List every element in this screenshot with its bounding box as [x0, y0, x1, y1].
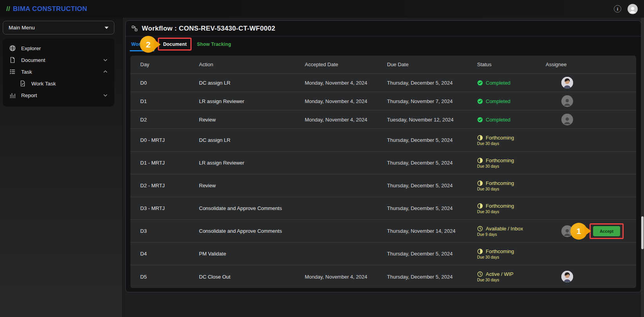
top-bar: // BIMA CONSTRUCTION i: [0, 0, 644, 18]
tab-document[interactable]: Document: [163, 42, 186, 47]
status-badge: Forthcoming: [477, 180, 546, 186]
workflow-panel: Workflow : CONS-REV-53430-CT-WF0002 Work…: [125, 20, 641, 292]
annotation-number: 1: [577, 226, 581, 236]
status-label: Forthcoming: [486, 248, 514, 254]
status-completed-icon: [477, 98, 483, 104]
status-label: Available / Inbox: [486, 226, 523, 232]
sidebar-item-label: Explorer: [21, 45, 41, 51]
cell-status: Completed: [477, 98, 546, 104]
status-label: Completed: [486, 117, 510, 123]
cell-status: Active / WIPDue 30 days: [477, 271, 546, 282]
cell-status: ForthcomingDue 30 days: [477, 203, 546, 214]
cell-action: DC Close Out: [199, 274, 305, 280]
status-label: Forthcoming: [486, 158, 514, 163]
task-list-icon: [9, 68, 16, 75]
cell-day: D0: [140, 80, 199, 86]
cell-status: ForthcomingDue 30 days: [477, 248, 546, 259]
globe-icon: [9, 45, 16, 52]
sidebar-item-label: Document: [21, 57, 45, 63]
sidebar-item-report[interactable]: Report: [3, 89, 114, 101]
table-body: D0DC assign LRMonday, November 4, 2024Th…: [130, 74, 636, 288]
cell-assignee: [546, 95, 589, 107]
cell-accepted-date: Monday, November 4, 2024: [305, 98, 387, 104]
status-label: Completed: [486, 98, 510, 104]
annotation-badge-2: 2: [140, 36, 157, 53]
cell-day: D5: [140, 274, 199, 280]
sidebar-item-label: Task: [21, 69, 32, 75]
cell-assignee: [546, 114, 589, 125]
main-menu-label: Main Menu: [9, 25, 35, 31]
workflow-table: Day Action Accepted Date Due Date Status…: [130, 56, 636, 288]
cell-due-date: Thursday, November 7, 2024: [387, 98, 477, 104]
cell-row-action: [589, 152, 636, 174]
info-icon[interactable]: i: [614, 5, 621, 13]
cell-day: D4: [140, 251, 199, 257]
status-badge: Available / Inbox: [477, 226, 546, 232]
status-badge: Completed: [477, 98, 546, 104]
status-due-text: Due 30 days: [477, 278, 546, 282]
status-active-icon: [477, 271, 483, 277]
annotation-badge-1: 1: [570, 223, 587, 239]
status-label: Active / WIP: [486, 271, 514, 277]
sidebar: Main Menu ExplorerDocumentTaskWork TaskR…: [0, 18, 123, 317]
logo-slashes: //: [6, 5, 10, 13]
status-forthcoming-icon: [477, 203, 483, 209]
scrollbar-thumb[interactable]: [641, 216, 644, 249]
sidebar-item-label: Report: [21, 92, 37, 98]
status-badge: Forthcoming: [477, 203, 546, 209]
cell-row-action: Accept1: [589, 220, 636, 242]
cell-row-action: [589, 243, 636, 265]
col-header-assignee: Assignee: [546, 62, 589, 67]
cell-status: ForthcomingDue 30 days: [477, 158, 546, 168]
cell-row-action: [589, 110, 636, 129]
main-menu-select[interactable]: Main Menu: [3, 21, 114, 34]
cell-assignee: [546, 77, 589, 89]
cell-status: Completed: [477, 80, 546, 86]
app-logo: // BIMA CONSTRUCTION: [6, 5, 87, 13]
col-header-day: Day: [140, 62, 199, 67]
panel-header: Workflow : CONS-REV-53430-CT-WF0002: [126, 21, 641, 36]
cell-day: D2 - MRTJ: [140, 183, 199, 188]
status-badge: Forthcoming: [477, 158, 546, 163]
table-row: D0DC assign LRMonday, November 4, 2024Th…: [130, 74, 636, 92]
table-row: D2 - MRTJReviewThursday, December 5, 202…: [130, 174, 636, 197]
cell-day: D0 - MRTJ: [140, 137, 199, 143]
status-badge: Forthcoming: [477, 135, 546, 141]
col-header-accepted-date: Accepted Date: [305, 62, 387, 67]
status-forthcoming-icon: [477, 135, 483, 141]
page-title: Workflow : CONS-REV-53430-CT-WF0002: [142, 25, 275, 33]
status-forthcoming-icon: [477, 180, 483, 186]
scrollbar-track[interactable]: [641, 18, 644, 317]
sidebar-item-work-task[interactable]: Work Task: [3, 78, 114, 89]
table-row: D3 - MRTJConsolidate and Approve Comment…: [130, 197, 636, 220]
status-label: Forthcoming: [486, 180, 514, 186]
col-header-action: Action: [199, 62, 305, 67]
status-due-text: Due 30 days: [477, 187, 546, 191]
sidebar-item-task[interactable]: Task: [3, 66, 114, 78]
sidebar-item-document[interactable]: Document: [3, 54, 114, 66]
status-forthcoming-icon: [477, 248, 483, 254]
cell-status: Completed: [477, 117, 546, 123]
sidebar-item-explorer[interactable]: Explorer: [3, 42, 114, 54]
status-due-text: Due 9 days: [477, 232, 546, 237]
status-badge: Completed: [477, 117, 546, 123]
cell-action: DC assign LR: [199, 137, 305, 143]
cell-accepted-date: Monday, November 4, 2024: [305, 80, 387, 86]
chevron-down-icon: [103, 92, 108, 98]
logo-text: BIMA CONSTRUCTION: [13, 5, 87, 13]
cell-day: D1 - MRTJ: [140, 160, 199, 166]
sidebar-menu: ExplorerDocumentTaskWork TaskReport: [3, 38, 114, 107]
cell-action: Review: [199, 117, 305, 123]
assignee-placeholder-avatar: [561, 95, 573, 107]
status-available-icon: [477, 226, 483, 232]
cell-due-date: Tuesday, November 12, 2024: [387, 117, 477, 123]
status-completed-icon: [477, 80, 483, 86]
user-avatar-icon[interactable]: [628, 4, 638, 14]
cell-day: D1: [140, 98, 199, 104]
highlight-box-accept: Accept1: [590, 223, 624, 239]
status-badge: Completed: [477, 80, 546, 86]
tab-show-tracking[interactable]: Show Tracking: [197, 42, 231, 47]
accept-button[interactable]: Accept: [593, 226, 620, 236]
sidebar-item-label: Work Task: [31, 81, 56, 87]
cell-action: Review: [199, 183, 305, 188]
